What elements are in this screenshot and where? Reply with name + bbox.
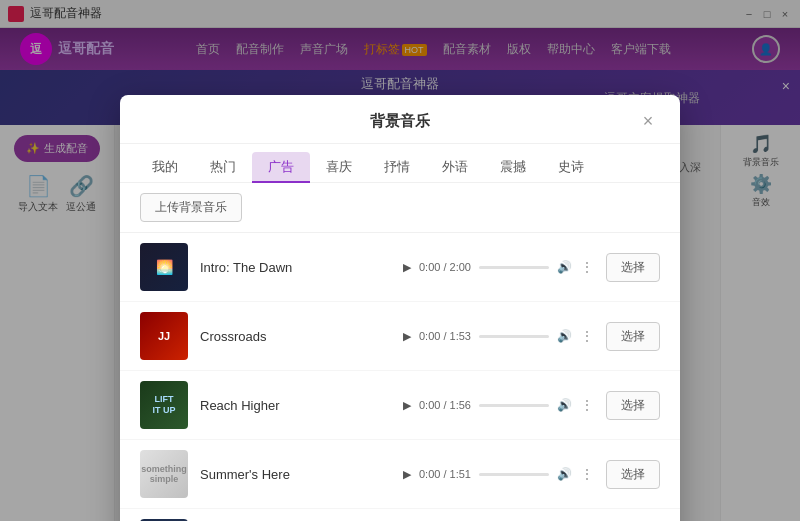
track-item: 🌅 Intro: The Dawn ▶ 0:00 / 2:00 🔊 ⋮ 选择	[120, 233, 680, 302]
track-cover-3: LIFTIT UP	[140, 381, 188, 429]
track-time-4: 0:00 / 1:51	[419, 468, 471, 480]
track-item: LIFTIT UP Reach Higher ▶ 0:00 / 1:56 🔊 ⋮…	[120, 371, 680, 440]
cover-image-2: JJ	[140, 312, 188, 360]
background-music-dialog: 背景音乐 × 我的 热门 广告 喜庆 抒情 外语 震撼 史诗 上传背景音乐 🌅	[120, 95, 680, 521]
play-button-1[interactable]: ▶	[403, 261, 411, 274]
upload-button[interactable]: 上传背景音乐	[140, 193, 242, 222]
track-name-4: Summer's Here	[200, 467, 391, 482]
track-item: 🏠 Dans la maison (Theme) ▶ 0:00 / 1:42 🔊…	[120, 509, 680, 521]
track-time-1: 0:00 / 2:00	[419, 261, 471, 273]
more-icon-4[interactable]: ⋮	[580, 466, 594, 482]
track-name-1: Intro: The Dawn	[200, 260, 391, 275]
select-button-3[interactable]: 选择	[606, 391, 660, 420]
volume-icon-1[interactable]: 🔊	[557, 260, 572, 274]
track-controls-3: ▶ 0:00 / 1:56 🔊 ⋮	[403, 397, 594, 413]
track-item: JJ Crossroads ▶ 0:00 / 1:53 🔊 ⋮ 选择	[120, 302, 680, 371]
play-button-3[interactable]: ▶	[403, 399, 411, 412]
track-name-3: Reach Higher	[200, 398, 391, 413]
tab-foreign[interactable]: 外语	[426, 152, 484, 182]
tab-poem[interactable]: 史诗	[542, 152, 600, 182]
volume-icon-2[interactable]: 🔊	[557, 329, 572, 343]
select-button-1[interactable]: 选择	[606, 253, 660, 282]
track-time-2: 0:00 / 1:53	[419, 330, 471, 342]
track-list: 🌅 Intro: The Dawn ▶ 0:00 / 2:00 🔊 ⋮ 选择 J…	[120, 233, 680, 521]
track-cover-1: 🌅	[140, 243, 188, 291]
track-name-2: Crossroads	[200, 329, 391, 344]
tab-my[interactable]: 我的	[136, 152, 194, 182]
dialog-close-button[interactable]: ×	[636, 109, 660, 133]
progress-bar-1[interactable]	[479, 266, 549, 269]
tab-hot[interactable]: 热门	[194, 152, 252, 182]
select-button-2[interactable]: 选择	[606, 322, 660, 351]
progress-bar-4[interactable]	[479, 473, 549, 476]
more-icon-3[interactable]: ⋮	[580, 397, 594, 413]
cover-image-1: 🌅	[140, 243, 188, 291]
cover-image-3: LIFTIT UP	[140, 381, 188, 429]
play-button-4[interactable]: ▶	[403, 468, 411, 481]
track-cover-2: JJ	[140, 312, 188, 360]
dialog-title: 背景音乐	[164, 112, 636, 131]
progress-bar-3[interactable]	[479, 404, 549, 407]
dialog-overlay: 背景音乐 × 我的 热门 广告 喜庆 抒情 外语 震撼 史诗 上传背景音乐 🌅	[0, 0, 800, 521]
tab-festive[interactable]: 喜庆	[310, 152, 368, 182]
track-item: somethingsimple Summer's Here ▶ 0:00 / 1…	[120, 440, 680, 509]
play-button-2[interactable]: ▶	[403, 330, 411, 343]
tab-震撼[interactable]: 震撼	[484, 152, 542, 182]
track-controls-2: ▶ 0:00 / 1:53 🔊 ⋮	[403, 328, 594, 344]
dialog-header: 背景音乐 ×	[120, 95, 680, 144]
track-cover-4: somethingsimple	[140, 450, 188, 498]
volume-icon-3[interactable]: 🔊	[557, 398, 572, 412]
track-time-3: 0:00 / 1:56	[419, 399, 471, 411]
tab-lyrical[interactable]: 抒情	[368, 152, 426, 182]
tab-ad[interactable]: 广告	[252, 152, 310, 182]
more-icon-1[interactable]: ⋮	[580, 259, 594, 275]
volume-icon-4[interactable]: 🔊	[557, 467, 572, 481]
more-icon-2[interactable]: ⋮	[580, 328, 594, 344]
track-controls-1: ▶ 0:00 / 2:00 🔊 ⋮	[403, 259, 594, 275]
progress-bar-2[interactable]	[479, 335, 549, 338]
upload-section: 上传背景音乐	[120, 183, 680, 233]
select-button-4[interactable]: 选择	[606, 460, 660, 489]
track-controls-4: ▶ 0:00 / 1:51 🔊 ⋮	[403, 466, 594, 482]
cover-image-4: somethingsimple	[140, 450, 188, 498]
music-tabs: 我的 热门 广告 喜庆 抒情 外语 震撼 史诗	[120, 144, 680, 183]
